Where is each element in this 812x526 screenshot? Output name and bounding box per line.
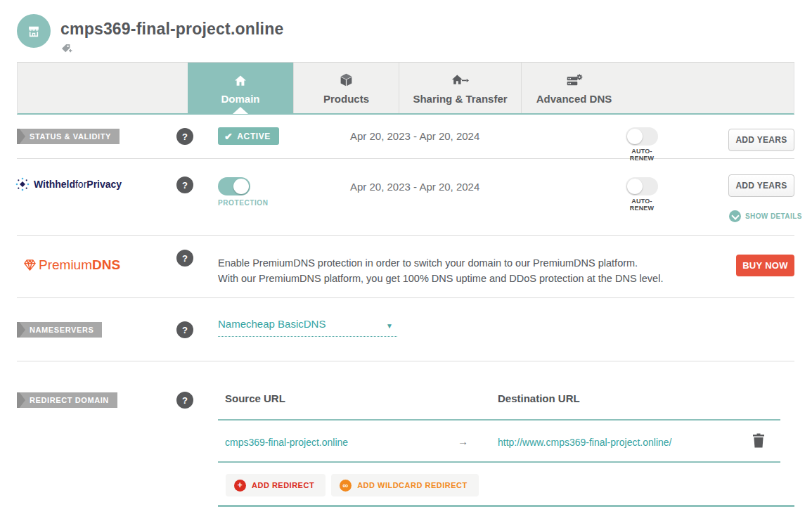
status-badge: ✔ ACTIVE bbox=[218, 127, 279, 145]
page-header: cmps369-final-project.online bbox=[0, 0, 812, 62]
tab-advanced-dns[interactable]: Advanced DNS bbox=[521, 63, 626, 113]
protection-control: PROTECTION bbox=[218, 177, 267, 207]
add-wildcard-redirect-label: ADD WILDCARD REDIRECT bbox=[357, 481, 468, 489]
redirect-source-url[interactable]: cmps369-final-project.online bbox=[225, 437, 348, 448]
nameservers-label: NAMESERVERS bbox=[17, 322, 102, 338]
redirect-destination-url[interactable]: http://www.cmps369-final-project.online/ bbox=[498, 437, 671, 448]
destination-url-header: Destination URL bbox=[498, 392, 580, 404]
nameservers-row: NAMESERVERS ? Namecheap BasicDNS ▼ bbox=[0, 298, 812, 361]
tab-label: Sharing & Transfer bbox=[413, 93, 507, 105]
auto-renew-control: AUTO-RENEW bbox=[620, 127, 664, 162]
trash-icon bbox=[752, 433, 765, 448]
box-icon bbox=[339, 72, 354, 87]
validity-date-range: Apr 20, 2023 - Apr 20, 2024 bbox=[350, 130, 479, 142]
privacy-row: WithheldforPrivacy ? PROTECTION Apr 20, … bbox=[0, 159, 812, 235]
tab-bar: Domain Products Sharing & Transfer bbox=[17, 62, 794, 115]
tab-spacer bbox=[18, 63, 188, 113]
help-icon[interactable]: ? bbox=[176, 250, 193, 267]
help-icon[interactable]: ? bbox=[176, 392, 193, 409]
caret-down-icon: ▼ bbox=[386, 322, 393, 330]
server-gear-icon bbox=[566, 72, 583, 87]
infinity-icon: ∞ bbox=[340, 480, 352, 492]
add-tag-icon[interactable] bbox=[61, 44, 72, 53]
help-icon[interactable]: ? bbox=[176, 321, 193, 338]
domain-avatar bbox=[17, 14, 51, 48]
check-icon: ✔ bbox=[224, 131, 233, 142]
status-validity-label: STATUS & VALIDITY bbox=[17, 129, 120, 144]
status-badge-label: ACTIVE bbox=[237, 132, 271, 141]
help-icon[interactable]: ? bbox=[176, 177, 193, 193]
nameservers-select[interactable]: Namecheap BasicDNS ▼ bbox=[218, 318, 397, 337]
buy-now-button[interactable]: BUY NOW bbox=[736, 255, 794, 276]
storefront-icon bbox=[23, 20, 44, 41]
add-wildcard-redirect-button[interactable]: ∞ ADD WILDCARD REDIRECT bbox=[331, 474, 479, 496]
chevron-down-icon bbox=[729, 210, 741, 222]
premium-dns-row: PremiumDNS ? Enable PremiumDNS protectio… bbox=[0, 236, 812, 297]
withheldforprivacy-logo: WithheldforPrivacy bbox=[15, 177, 122, 191]
show-details-label: SHOW DETAILS bbox=[745, 212, 802, 220]
protection-toggle[interactable] bbox=[218, 177, 250, 195]
redirect-domain-row: REDIRECT DOMAIN ? Source URL Destination… bbox=[0, 361, 812, 520]
table-rule bbox=[218, 461, 780, 463]
privacy-date-range: Apr 20, 2023 - Apr 20, 2024 bbox=[350, 181, 479, 193]
toggle-knob bbox=[627, 179, 643, 194]
domain-management-page: cmps369-final-project.online Domain bbox=[0, 0, 812, 526]
add-redirect-button[interactable]: + ADD REDIRECT bbox=[226, 474, 326, 496]
plus-icon: + bbox=[234, 480, 246, 492]
page-title: cmps369-final-project.online bbox=[60, 20, 283, 39]
tab-label: Domain bbox=[221, 93, 259, 105]
tab-products[interactable]: Products bbox=[293, 63, 399, 113]
auto-renew-label: AUTO-RENEW bbox=[620, 198, 664, 212]
protection-label: PROTECTION bbox=[218, 199, 267, 207]
withheldforprivacy-wordmark: WithheldforPrivacy bbox=[34, 179, 122, 190]
auto-renew-control: AUTO-RENEW bbox=[620, 177, 664, 212]
privacy-dots-icon bbox=[15, 177, 30, 191]
source-url-header: Source URL bbox=[225, 392, 285, 404]
description-line: Enable PremiumDNS protection in order to… bbox=[218, 255, 663, 271]
nameservers-selected-value: Namecheap BasicDNS bbox=[218, 318, 326, 330]
help-icon[interactable]: ? bbox=[176, 128, 193, 145]
tab-domain[interactable]: Domain bbox=[188, 63, 293, 113]
add-redirect-label: ADD REDIRECT bbox=[252, 481, 314, 489]
delete-redirect-button[interactable] bbox=[752, 433, 766, 449]
premium-dns-wordmark: PremiumDNS bbox=[39, 257, 120, 273]
redirect-actions: + ADD REDIRECT ∞ ADD WILDCARD REDIRECT bbox=[226, 474, 479, 496]
table-rule bbox=[218, 419, 780, 421]
toggle-knob bbox=[627, 129, 643, 144]
toggle-knob bbox=[233, 179, 249, 194]
show-details-link[interactable]: SHOW DETAILS bbox=[729, 210, 802, 222]
status-validity-row: STATUS & VALIDITY ? ✔ ACTIVE Apr 20, 202… bbox=[0, 115, 812, 158]
description-line: With our PremiumDNS platform, you get 10… bbox=[218, 271, 663, 286]
section-rule bbox=[218, 505, 794, 507]
arrow-right-icon: → bbox=[458, 435, 468, 447]
premium-dns-description: Enable PremiumDNS protection in order to… bbox=[218, 255, 663, 286]
add-years-button[interactable]: ADD YEARS bbox=[728, 129, 794, 151]
auto-renew-toggle[interactable] bbox=[626, 127, 658, 146]
auto-renew-toggle[interactable] bbox=[626, 177, 658, 195]
house-transfer-icon bbox=[451, 72, 469, 87]
premium-dns-logo: PremiumDNS bbox=[23, 257, 120, 273]
tab-label: Advanced DNS bbox=[536, 93, 612, 105]
add-years-button[interactable]: ADD YEARS bbox=[728, 174, 794, 197]
gem-icon bbox=[23, 259, 37, 271]
tab-sharing-transfer[interactable]: Sharing & Transfer bbox=[399, 63, 521, 113]
redirect-domain-label: REDIRECT DOMAIN bbox=[17, 392, 117, 408]
tab-label: Products bbox=[323, 93, 369, 105]
home-icon bbox=[233, 72, 247, 87]
